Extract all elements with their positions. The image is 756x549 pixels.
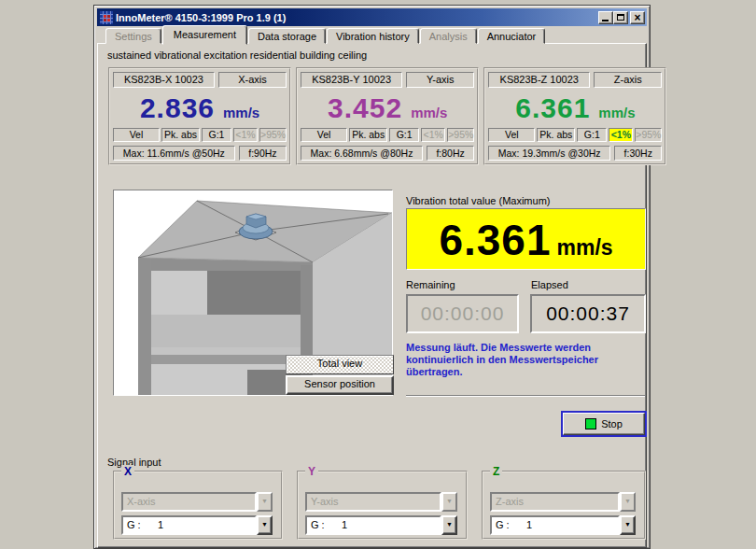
measurement-description: sustained vibrational excitation residen…	[107, 49, 367, 61]
total-view-button[interactable]: Total view	[286, 355, 394, 374]
gain-cell: G:1	[389, 128, 419, 142]
gain-cell: G:1	[202, 128, 231, 142]
sensor-position-button[interactable]: Sensor position	[286, 375, 394, 395]
channel-select-z: Z-axis ▼	[490, 492, 636, 512]
max-info-box: Max: 6.68mm/s @80Hz	[301, 146, 423, 161]
mode-cell: Vel	[301, 128, 347, 142]
vibration-value: 2.836	[140, 92, 215, 124]
channel-panels: KS823B-X 10023 X-axis 2.836 mm/s Vel Pk.…	[108, 67, 646, 165]
axis-label-box: X-axis	[218, 72, 287, 88]
sensor-id-box: KS823B-Y 10023	[301, 72, 402, 88]
mode-cell: Vel	[113, 128, 160, 142]
window-title: InnoMeter® 4150-3:1999 Pro 1.9 (1)	[116, 12, 598, 23]
max-info-box: Max: 19.3mm/s @30Hz	[488, 146, 610, 161]
mode-cell: Vel	[488, 128, 535, 142]
tab-settings: Settings	[105, 28, 161, 44]
channel-panel-x: KS823B-X 10023 X-axis 2.836 mm/s Vel Pk.…	[108, 67, 291, 165]
elapsed-time-display: 00:00:37	[530, 294, 646, 333]
chevron-down-icon[interactable]: ▼	[620, 515, 636, 535]
gain-select-x[interactable]: G : 1 ▼	[121, 515, 273, 535]
channel-select-y: Y-axis ▼	[305, 492, 457, 512]
gain-select-z[interactable]: G : 1 ▼	[490, 515, 636, 535]
maximize-button[interactable]	[613, 11, 628, 24]
minimize-button[interactable]	[598, 11, 613, 24]
channel-select-value: Y-axis	[305, 492, 441, 512]
signal-group-z: Z Z-axis ▼ G : 1 ▼	[482, 471, 646, 540]
tab-measurement[interactable]: Measurement	[162, 25, 247, 45]
group-legend: Z	[490, 465, 502, 478]
gain-select-value: G : 1	[305, 515, 441, 535]
axis-label-box: Y-axis	[406, 72, 474, 88]
close-button[interactable]: ×	[630, 11, 645, 24]
app-icon	[100, 11, 113, 24]
close-icon: ×	[631, 11, 644, 24]
vibration-unit: mm/s	[598, 105, 635, 120]
signal-group-y: Y Y-axis ▼ G : 1 ▼	[297, 471, 468, 540]
gain-select-value: G : 1	[490, 515, 620, 535]
detector-cell: Pk. abs	[537, 128, 575, 142]
tab-bar: Settings Measurement Data storage Vibrat…	[105, 24, 546, 44]
tab-vibration-history[interactable]: Vibration history	[327, 28, 419, 44]
total-value-display: 6.361 mm/s	[406, 208, 646, 270]
section-divider	[406, 395, 645, 397]
below-threshold-cell: <1%	[421, 128, 445, 142]
building-3d-view[interactable]: Total view Sensor position	[113, 190, 393, 396]
tab-annuciator[interactable]: Annuciator	[478, 28, 546, 44]
status-message: Messung läuft. Die Messwerte werden kont…	[406, 342, 641, 378]
max-info-box: Max: 11.6mm/s @50Hz	[113, 146, 235, 161]
vibration-unit: mm/s	[411, 105, 447, 120]
gain-cell: G:1	[577, 128, 607, 142]
channel-select-value: Z-axis	[490, 492, 620, 512]
channel-panel-z: KS823B-Z 10023 Z-axis 6.361 mm/s Vel Pk.…	[483, 67, 666, 165]
elapsed-label: Elapsed	[531, 279, 568, 290]
vibration-value: 3.452	[328, 92, 402, 124]
channel-select-value: X-axis	[121, 492, 257, 512]
gain-select-value: G : 1	[121, 515, 257, 535]
total-value-number: 6.361	[439, 217, 551, 263]
freq-info-box: f:30Hz	[614, 146, 662, 161]
above-threshold-cell: >95%	[447, 128, 474, 142]
tab-analysis: Analysis	[420, 28, 477, 44]
axis-label-box: Z-axis	[594, 72, 662, 88]
above-threshold-cell: >95%	[259, 128, 287, 142]
minimize-icon	[602, 20, 609, 21]
channel-select-x: X-axis ▼	[121, 492, 273, 512]
detector-cell: Pk. abs	[349, 128, 387, 142]
remaining-label: Remaining	[406, 279, 455, 290]
stop-button-label: Stop	[601, 418, 623, 429]
freq-info-box: f:90Hz	[239, 146, 287, 161]
desktop-background: InnoMeter® 4150-3:1999 Pro 1.9 (1) × Set…	[0, 0, 756, 549]
maximize-icon	[617, 14, 624, 21]
above-threshold-cell: >95%	[635, 128, 662, 142]
gain-select-y[interactable]: G : 1 ▼	[305, 515, 457, 535]
total-value-unit: mm/s	[557, 235, 613, 260]
vibration-value: 6.361	[515, 92, 590, 124]
freq-info-box: f:80Hz	[427, 146, 474, 161]
chevron-down-icon[interactable]: ▼	[257, 515, 273, 535]
signal-group-x: X X-axis ▼ G : 1 ▼	[113, 471, 283, 540]
sensor-id-box: KS823B-X 10023	[113, 72, 215, 88]
below-threshold-cell: <1%	[233, 128, 258, 142]
channel-panel-y: KS823B-Y 10023 Y-axis 3.452 mm/s Vel Pk.…	[296, 67, 479, 165]
sensor-id-box: KS823B-Z 10023	[488, 72, 590, 88]
detector-cell: Pk. abs	[161, 128, 200, 142]
tab-data-storage[interactable]: Data storage	[248, 28, 326, 44]
vibration-unit: mm/s	[223, 105, 259, 120]
chevron-down-icon: ▼	[441, 492, 457, 512]
group-legend: X	[121, 465, 134, 478]
chevron-down-icon[interactable]: ▼	[441, 515, 457, 535]
chevron-down-icon: ▼	[620, 492, 636, 512]
chevron-down-icon: ▼	[257, 492, 273, 512]
stop-indicator-icon	[585, 418, 596, 429]
group-legend: Y	[305, 465, 318, 478]
app-window: InnoMeter® 4150-3:1999 Pro 1.9 (1) × Set…	[93, 5, 651, 549]
total-value-label: Vibration total value (Maximum)	[406, 195, 550, 206]
below-threshold-cell: <1%	[609, 128, 633, 142]
remaining-time-display: 00:00:00	[406, 294, 519, 333]
stop-button[interactable]: Stop	[561, 411, 647, 437]
